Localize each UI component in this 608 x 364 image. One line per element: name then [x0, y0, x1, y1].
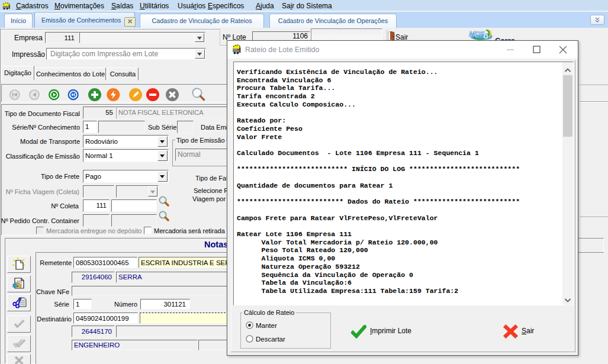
svg-text:MDF: MDF — [469, 30, 484, 38]
